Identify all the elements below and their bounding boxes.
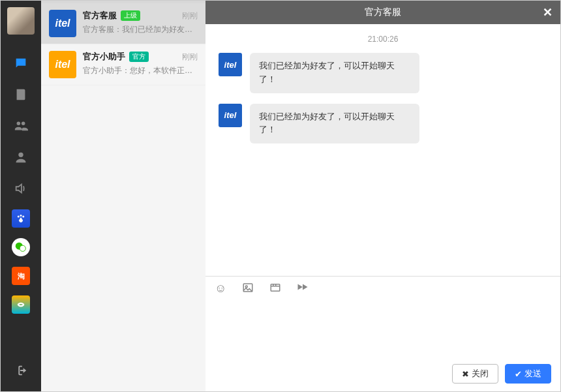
user-avatar[interactable] [7, 7, 35, 35]
contact-avatar: itel [49, 10, 76, 37]
contact-time: 刚刚 [182, 52, 198, 63]
svg-point-2 [18, 153, 23, 157]
svg-point-0 [17, 122, 20, 126]
sound-icon[interactable] [12, 179, 30, 198]
message-avatar: itel [219, 104, 242, 127]
file-icon[interactable] [297, 282, 309, 297]
video-icon[interactable] [269, 282, 281, 297]
svg-point-1 [22, 122, 25, 126]
chat-header: 官方客服 ✕ [205, 1, 560, 24]
profile-icon[interactable] [12, 148, 30, 166]
sidebar: 淘 [1, 1, 41, 391]
chat-message: itel 我们已经加为好友了，可以开始聊天了！ [219, 104, 547, 144]
contact-preview: 官方小助手：您好，本软件正在… [83, 65, 198, 76]
contact-badge: 上级 [121, 10, 140, 21]
chat-footer: ✖ 关闭 ✔ 发送 [205, 359, 560, 391]
message-input[interactable] [215, 301, 551, 357]
chat-icon[interactable] [12, 54, 30, 72]
image-icon[interactable] [242, 282, 254, 297]
message-avatar: itel [219, 53, 242, 76]
contact-avatar: itel [49, 51, 76, 78]
message-bubble: 我们已经加为好友了，可以开始聊天了！ [250, 53, 419, 93]
svg-point-10 [246, 286, 248, 288]
send-button[interactable]: ✔ 发送 [505, 364, 551, 384]
contact-preview: 官方客服：我们已经加为好友了… [83, 24, 198, 35]
chat-timestamp: 21:00:26 [219, 35, 547, 44]
input-toolbar: ☺ [215, 282, 551, 297]
chat-message: itel 我们已经加为好友了，可以开始聊天了！ [219, 53, 547, 93]
contact-list: itel 官方客服 上级 刚刚 官方客服：我们已经加为好友了… itel 官方小… [41, 1, 205, 391]
contact-badge: 官方 [129, 52, 149, 62]
emoji-icon[interactable]: ☺ [215, 282, 226, 297]
contact-time: 刚刚 [182, 10, 198, 22]
message-bubble: 我们已经加为好友了，可以开始聊天了！ [250, 104, 419, 144]
contact-name: 官方客服 [83, 10, 117, 22]
svg-point-3 [18, 216, 20, 218]
chat-body: 21:00:26 itel 我们已经加为好友了，可以开始聊天了！itel 我们已… [205, 24, 560, 276]
close-button[interactable]: ✖ 关闭 [452, 364, 498, 384]
app-baidu-icon[interactable] [12, 209, 30, 228]
app-wechat-icon[interactable] [12, 238, 30, 256]
contact-item[interactable]: itel 官方小助手 官方 刚刚 官方小助手：您好，本软件正在… [41, 44, 205, 85]
chat-panel: 官方客服 ✕ 21:00:26 itel 我们已经加为好友了，可以开始聊天了！i… [205, 1, 560, 391]
groups-icon[interactable] [12, 117, 30, 135]
app-taobao-icon[interactable]: 淘 [12, 267, 30, 285]
contacts-icon[interactable] [12, 85, 30, 104]
close-icon[interactable]: ✕ [543, 5, 553, 20]
logout-icon[interactable] [12, 361, 30, 380]
svg-point-5 [22, 216, 24, 218]
input-area: ☺ [205, 276, 560, 359]
contact-item[interactable]: itel 官方客服 上级 刚刚 官方客服：我们已经加为好友了… [41, 3, 205, 44]
svg-point-8 [20, 245, 25, 251]
app-other-icon[interactable] [12, 295, 30, 314]
chat-title: 官方客服 [365, 7, 401, 18]
svg-point-4 [20, 215, 22, 217]
contact-name: 官方小助手 [83, 51, 125, 63]
